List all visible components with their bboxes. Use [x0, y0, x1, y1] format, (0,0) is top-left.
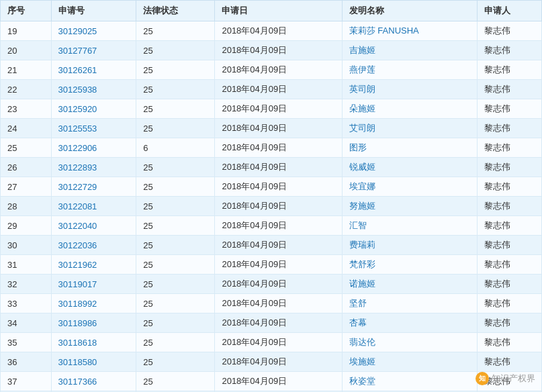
cell-appno[interactable]: 30125938 — [51, 80, 136, 99]
col-header-name: 发明名称 — [342, 1, 477, 21]
cell-status: 6 — [136, 138, 215, 158]
cell-applicant: 黎志伟 — [477, 119, 541, 138]
cell-appno[interactable]: 30126261 — [51, 60, 136, 80]
cell-name[interactable]: 梵舒彩 — [342, 255, 477, 275]
cell-date: 2018年04月09日 — [215, 313, 342, 333]
cell-status: 25 — [136, 197, 215, 216]
cell-applicant: 黎志伟 — [477, 275, 541, 294]
cell-name[interactable]: 诺施姬 — [342, 275, 477, 294]
cell-appno[interactable]: 30118618 — [51, 333, 136, 352]
cell-status: 25 — [136, 352, 215, 372]
watermark: 知 知识产权界 — [476, 372, 535, 385]
cell-appno[interactable]: 30122040 — [51, 216, 136, 236]
table-row: 2730122729252018年04月09日埃宜娜黎志伟 — [1, 177, 542, 197]
cell-name[interactable]: 杏幕 — [342, 313, 477, 333]
cell-date: 2018年04月09日 — [215, 197, 342, 216]
cell-seq: 36 — [1, 352, 52, 372]
cell-applicant: 黎志伟 — [477, 41, 541, 60]
cell-name[interactable]: 埃施姬 — [342, 352, 477, 372]
table-row: 2930122040252018年04月09日汇智黎志伟 — [1, 216, 542, 236]
cell-date: 2018年04月09日 — [215, 158, 342, 177]
table-row: 3030122036252018年04月09日费瑞莉黎志伟 — [1, 236, 542, 255]
cell-seq: 27 — [1, 177, 52, 197]
cell-appno[interactable]: 30122729 — [51, 177, 136, 197]
cell-name[interactable]: 吉施姬 — [342, 41, 477, 60]
cell-date: 2018年04月09日 — [215, 294, 342, 313]
cell-appno[interactable]: 30125920 — [51, 99, 136, 119]
cell-date: 2018年04月09日 — [215, 255, 342, 275]
cell-status: 25 — [136, 313, 215, 333]
cell-date: 2018年04月09日 — [215, 275, 342, 294]
cell-name[interactable]: 茉莉莎 FANUSHA — [342, 21, 477, 41]
col-header-applicant: 申请人 — [477, 1, 541, 21]
table-row: 253012290662018年04月09日图形黎志伟 — [1, 138, 542, 158]
cell-name[interactable]: 坚舒 — [342, 294, 477, 313]
cell-seq: 22 — [1, 80, 52, 99]
data-table: 序号 申请号 法律状态 申请日 发明名称 申请人 193012902525201… — [0, 0, 542, 392]
cell-name[interactable]: 埃宜娜 — [342, 177, 477, 197]
cell-date: 2018年04月09日 — [215, 216, 342, 236]
cell-appno[interactable]: 30122081 — [51, 197, 136, 216]
cell-name[interactable]: 翡达伦 — [342, 333, 477, 352]
cell-appno[interactable]: 30117366 — [51, 372, 136, 391]
table-header-row: 序号 申请号 法律状态 申请日 发明名称 申请人 — [1, 1, 542, 21]
cell-name[interactable]: 费瑞莉 — [342, 236, 477, 255]
cell-name[interactable]: 英司朗 — [342, 80, 477, 99]
table-container: 序号 申请号 法律状态 申请日 发明名称 申请人 193012902525201… — [0, 0, 542, 392]
cell-appno[interactable]: 30118986 — [51, 313, 136, 333]
cell-status: 25 — [136, 236, 215, 255]
cell-status: 25 — [136, 177, 215, 197]
table-row: 3430118986252018年04月09日杏幕黎志伟 — [1, 313, 542, 333]
cell-applicant: 黎志伟 — [477, 333, 541, 352]
cell-name[interactable]: 锐威姬 — [342, 158, 477, 177]
cell-status: 25 — [136, 158, 215, 177]
cell-seq: 23 — [1, 99, 52, 119]
cell-status: 25 — [136, 119, 215, 138]
cell-date: 2018年04月09日 — [215, 372, 342, 391]
table-row: 2630122893252018年04月09日锐威姬黎志伟 — [1, 158, 542, 177]
table-row: 2030127767252018年04月09日吉施姬黎志伟 — [1, 41, 542, 60]
cell-status: 25 — [136, 275, 215, 294]
cell-date: 2018年04月09日 — [215, 99, 342, 119]
cell-seq: 32 — [1, 275, 52, 294]
cell-date: 2018年04月09日 — [215, 119, 342, 138]
cell-date: 2018年04月09日 — [215, 352, 342, 372]
cell-appno[interactable]: 30122036 — [51, 236, 136, 255]
table-row: 3330118992252018年04月09日坚舒黎志伟 — [1, 294, 542, 313]
cell-applicant: 黎志伟 — [477, 177, 541, 197]
cell-appno[interactable]: 30121962 — [51, 255, 136, 275]
cell-date: 2018年04月09日 — [215, 236, 342, 255]
cell-name[interactable]: 努施姬 — [342, 197, 477, 216]
cell-name[interactable]: 图形 — [342, 138, 477, 158]
cell-seq: 24 — [1, 119, 52, 138]
table-row: 2830122081252018年04月09日努施姬黎志伟 — [1, 197, 542, 216]
cell-appno[interactable]: 30125553 — [51, 119, 136, 138]
cell-date: 2018年04月09日 — [215, 177, 342, 197]
cell-name[interactable]: 艾司朗 — [342, 119, 477, 138]
cell-applicant: 黎志伟 — [477, 197, 541, 216]
cell-applicant: 黎志伟 — [477, 158, 541, 177]
cell-name[interactable]: 秋姿堂 — [342, 372, 477, 391]
table-row: 3130121962252018年04月09日梵舒彩黎志伟 — [1, 255, 542, 275]
cell-name[interactable]: 朵施姬 — [342, 99, 477, 119]
cell-name[interactable]: 汇智 — [342, 216, 477, 236]
cell-appno[interactable]: 30129025 — [51, 21, 136, 41]
cell-appno[interactable]: 30122893 — [51, 158, 136, 177]
cell-date: 2018年04月09日 — [215, 80, 342, 99]
cell-date: 2018年04月09日 — [215, 333, 342, 352]
cell-seq: 25 — [1, 138, 52, 158]
cell-name[interactable]: 燕伊莲 — [342, 60, 477, 80]
cell-date: 2018年04月09日 — [215, 138, 342, 158]
cell-status: 25 — [136, 372, 215, 391]
cell-seq: 31 — [1, 255, 52, 275]
cell-seq: 20 — [1, 41, 52, 60]
cell-appno[interactable]: 30118580 — [51, 352, 136, 372]
cell-appno[interactable]: 30119017 — [51, 275, 136, 294]
cell-appno[interactable]: 30122906 — [51, 138, 136, 158]
cell-appno[interactable]: 30127767 — [51, 41, 136, 60]
cell-seq: 34 — [1, 313, 52, 333]
table-row: 3530118618252018年04月09日翡达伦黎志伟 — [1, 333, 542, 352]
table-row: 3630118580252018年04月09日埃施姬黎志伟 — [1, 352, 542, 372]
col-header-status: 法律状态 — [136, 1, 215, 21]
cell-appno[interactable]: 30118992 — [51, 294, 136, 313]
